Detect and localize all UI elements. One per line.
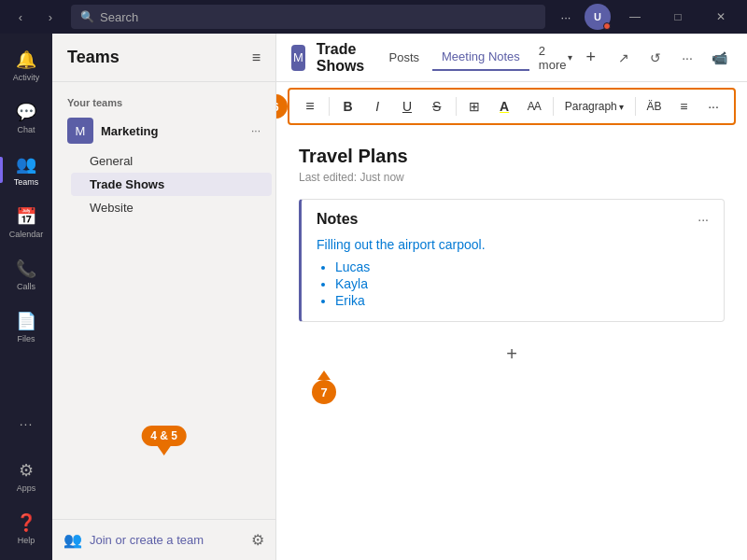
sidebar-item-calls[interactable]: 📞 Calls [4, 250, 49, 299]
team-name-marketing: Marketing [101, 124, 244, 138]
chevron-down-icon: ▾ [568, 52, 572, 63]
annotation-7-arrow-up [317, 371, 331, 380]
annotation-4-5: 4 & 5 [141, 426, 187, 446]
open-popout-button[interactable]: ↗ [611, 45, 637, 71]
avatar[interactable]: U [585, 4, 611, 30]
ab-button[interactable]: ÄB [641, 93, 668, 119]
highlight-button[interactable]: A [491, 93, 517, 119]
note-subtitle: Last edited: Just now [299, 171, 725, 184]
bold-button[interactable]: B [335, 93, 361, 119]
status-dot [603, 22, 611, 30]
strikethrough-button[interactable]: S [424, 93, 450, 119]
back-button[interactable]: ‹ [7, 4, 34, 30]
more-options-button[interactable]: ··· [674, 45, 700, 71]
note-content-text: Filling out the airport carpool. [317, 237, 709, 252]
titlebar-right: ··· U — □ ✕ [553, 0, 740, 34]
sidebar-item-help[interactable]: ❓ Help [4, 504, 49, 553]
channel-website[interactable]: Website [71, 196, 272, 219]
search-bar[interactable]: 🔍 Search [71, 5, 545, 29]
join-team-button[interactable]: 👥 Join or create a team [63, 531, 204, 549]
chat-icon: 💬 [16, 102, 36, 122]
more-button[interactable]: ··· [553, 4, 579, 30]
search-placeholder: Search [100, 10, 138, 24]
calls-icon: 📞 [16, 259, 36, 279]
header-tabs: Posts Meeting Notes 2 more ▾ + [380, 40, 599, 76]
calendar-icon: 📅 [16, 206, 36, 227]
note-title: Travel Plans [299, 146, 725, 167]
chevron-down-icon: ▾ [619, 102, 624, 112]
team-icon-marketing: M [67, 118, 93, 144]
tab-more[interactable]: 2 more ▾ [533, 40, 579, 76]
maximize-button[interactable]: □ [659, 0, 697, 34]
video-button[interactable]: 📹 [706, 45, 732, 71]
notes-area: Travel Plans Last edited: Just now Notes… [276, 131, 747, 560]
channel-general[interactable]: General [71, 149, 272, 173]
toolbar-wrapper: 6 ≡ B I U S ⊞ A AA Paragraph ▾ ÄB ≡ [276, 82, 747, 131]
tab-posts[interactable]: Posts [380, 45, 430, 70]
note-card-more[interactable]: ··· [698, 212, 709, 227]
sidebar-item-activity[interactable]: 🔔 Activity [4, 41, 49, 90]
channel-list: General Trade Shows Website [52, 149, 275, 219]
close-button[interactable]: ✕ [702, 0, 740, 34]
activity-icon: 🔔 [16, 49, 36, 70]
section-label: Your teams [52, 90, 275, 112]
note-card-title: Notes [317, 211, 358, 228]
help-icon: ❓ [16, 512, 36, 533]
forward-button[interactable]: › [37, 4, 63, 30]
team-header-marketing[interactable]: M Marketing ··· [56, 112, 272, 149]
divider [329, 97, 330, 116]
sidebar-item-more[interactable]: ··· [4, 399, 49, 448]
add-tab-button[interactable]: + [582, 44, 599, 71]
paragraph-dropdown[interactable]: Paragraph ▾ [559, 98, 629, 115]
sidebar-header: Teams ≡ [52, 34, 275, 82]
note-card-header: Notes ··· [317, 211, 709, 228]
add-section-button[interactable]: + [499, 341, 525, 367]
sidebar-item-chat[interactable]: 💬 Chat [4, 93, 49, 142]
underline-button[interactable]: U [394, 93, 420, 119]
divider2 [456, 97, 457, 116]
list-button[interactable]: ≡ [670, 93, 697, 119]
sidebar: Teams ≡ Your teams M Marketing ··· Gener… [52, 34, 276, 560]
titlebar-nav: ‹ › [7, 4, 63, 30]
help-label: Help [18, 536, 35, 545]
teams-label: Teams [14, 177, 39, 187]
apps-icon: ⚙ [19, 460, 34, 481]
annotation-6: 6 [276, 94, 288, 119]
channel-icon-header: M [291, 45, 305, 71]
settings-button[interactable]: ⚙ [251, 531, 264, 549]
add-section-wrapper: + 7 [299, 333, 725, 404]
left-nav: 🔔 Activity 💬 Chat 👥 Teams 📅 Calendar 📞 C… [0, 34, 52, 560]
sidebar-item-apps[interactable]: ⚙ Apps [4, 452, 49, 500]
sidebar-item-teams[interactable]: 👥 Teams [4, 146, 49, 194]
italic-button[interactable]: I [364, 93, 390, 119]
reload-button[interactable]: ↺ [642, 45, 669, 71]
filter-button[interactable]: ≡ [252, 49, 261, 66]
content-header: M Trade Shows Posts Meeting Notes 2 more… [276, 34, 747, 82]
minimize-button[interactable]: — [616, 0, 654, 34]
team-more-icon[interactable]: ··· [251, 124, 261, 137]
more-fmt-button[interactable]: ··· [700, 93, 726, 119]
channel-title: Trade Shows [317, 41, 365, 75]
chat-label: Chat [17, 125, 35, 134]
join-team-label: Join or create a team [90, 533, 204, 547]
apps-label: Apps [17, 483, 36, 493]
join-team-icon: 👥 [63, 531, 82, 549]
sidebar-item-calendar[interactable]: 📅 Calendar [4, 198, 49, 246]
activity-label: Activity [13, 73, 40, 82]
note-card: Notes ··· Filling out the airport carpoo… [299, 199, 725, 322]
sidebar-footer: 👥 Join or create a team ⚙ [52, 519, 275, 560]
font-size-button[interactable]: AA [521, 93, 547, 119]
divider4 [635, 97, 636, 116]
channel-trade-shows[interactable]: Trade Shows [71, 173, 272, 196]
header-actions: ↗ ↺ ··· 📹 [611, 45, 732, 71]
team-group-marketing: M Marketing ··· General Trade Shows Webs… [52, 112, 275, 219]
table-button[interactable]: ⊞ [462, 93, 488, 119]
files-icon: 📄 [16, 311, 36, 331]
sidebar-item-files[interactable]: 📄 Files [4, 302, 49, 351]
sidebar-title: Teams [67, 48, 120, 67]
calendar-label: Calendar [9, 230, 44, 239]
tab-meeting-notes[interactable]: Meeting Notes [432, 44, 529, 71]
list-item: Kayla [335, 276, 709, 291]
format-button[interactable]: ≡ [297, 93, 323, 119]
list-item: Erika [335, 293, 709, 308]
